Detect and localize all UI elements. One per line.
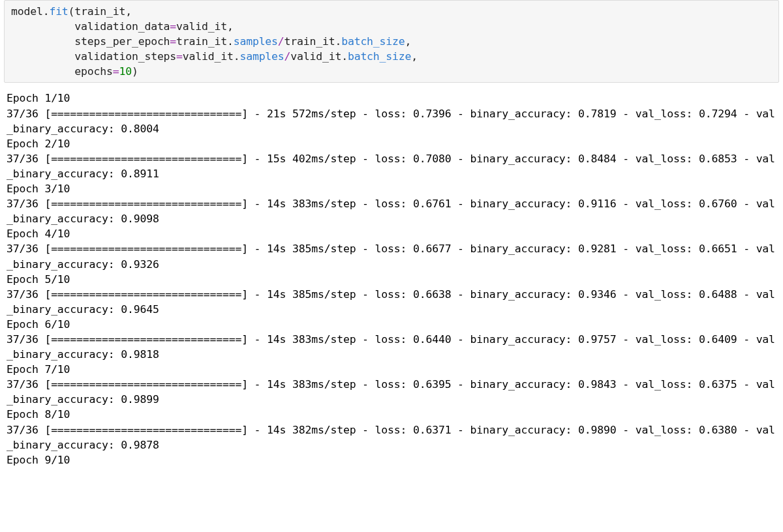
metric-value: 0.6395 [413,378,451,391]
metric-separator [38,108,45,120]
metric-value: 37/36 [7,288,38,301]
metric-value: 14s 385ms/step [267,288,356,301]
metric-separator: - binary_accuracy: [451,108,578,120]
metric-separator: - [248,333,267,346]
epoch-output-row: Epoch 2/1037/36 [=======================… [7,136,776,181]
epoch-output-row: Epoch 6/1037/36 [=======================… [7,317,776,362]
metric-separator: - val_loss: [616,378,699,391]
epoch-label: Epoch 7/10 [7,362,776,377]
metric-separator: - binary_accuracy: [451,243,578,255]
metric-separator: - binary_accuracy: [451,333,578,346]
epoch-label: Epoch 9/10 [7,452,776,467]
metric-value: [==============================] [44,424,247,436]
epoch-label: Epoch 8/10 [7,407,776,422]
metric-separator: - [248,288,267,301]
metric-value: 0.6760 [699,198,737,210]
metric-value: 0.7080 [413,153,451,165]
epoch-label: Epoch 2/10 [7,136,776,151]
epoch-output-row: Epoch 5/1037/36 [=======================… [7,272,776,317]
metric-value: 0.9757 [578,333,616,346]
metric-value: 0.9645 [121,303,159,316]
metric-value: 0.6380 [699,424,737,436]
epoch-output-row: Epoch 7/1037/36 [=======================… [7,362,776,407]
metric-separator [38,153,45,165]
metric-separator: - binary_accuracy: [451,378,578,391]
metric-value: 0.9116 [578,198,616,210]
metric-separator: - loss: [356,378,413,391]
metric-value: 0.6677 [413,243,451,255]
metric-separator: - val_loss: [616,333,699,346]
metric-separator: - val_loss: [616,153,699,165]
code-input-cell[interactable]: model.fit(train_it, validation_data=vali… [4,0,779,83]
epoch-output-row: Epoch 4/1037/36 [=======================… [7,226,776,271]
metric-separator: - val_loss: [616,424,699,436]
metric-value: 0.9818 [121,348,159,361]
metric-value: 37/36 [7,424,38,436]
metric-value: 0.9326 [121,258,159,271]
metric-separator: - val_loss: [616,243,699,255]
metric-value: 0.8004 [121,123,159,135]
metric-value: 14s 383ms/step [267,198,356,210]
epoch-metrics: 37/36 [==============================] -… [7,106,776,136]
metric-value: 14s 383ms/step [267,333,356,346]
metric-separator: - [248,243,267,255]
epoch-label: Epoch 5/10 [7,272,776,287]
epoch-metrics: 37/36 [==============================] -… [7,241,776,271]
metric-value: 14s 383ms/step [267,378,356,391]
epoch-metrics: 37/36 [==============================] -… [7,377,776,407]
metric-separator: - loss: [356,333,413,346]
metric-value: 37/36 [7,153,38,165]
epoch-metrics: 37/36 [==============================] -… [7,151,776,181]
metric-separator: - binary_accuracy: [451,424,578,436]
metric-value: 0.6409 [699,333,737,346]
metric-value: [==============================] [44,153,247,165]
epoch-metrics: 37/36 [==============================] -… [7,287,776,317]
epoch-label: Epoch 3/10 [7,181,776,196]
metric-separator [38,333,45,346]
metric-separator [38,198,45,210]
epoch-output-row: Epoch 3/1037/36 [=======================… [7,181,776,226]
epoch-label: Epoch 4/10 [7,226,776,241]
metric-value: 0.6375 [699,378,737,391]
epoch-metrics: 37/36 [==============================] -… [7,422,776,452]
metric-separator [38,243,45,255]
metric-separator: - loss: [356,424,413,436]
metric-value: 0.6371 [413,424,451,436]
metric-value: 37/36 [7,333,38,346]
epoch-metrics: 37/36 [==============================] -… [7,332,776,362]
metric-value: 21s 572ms/step [267,108,356,120]
epoch-label: Epoch 1/10 [7,91,776,106]
metric-separator: - loss: [356,243,413,255]
metric-value: 0.6761 [413,198,451,210]
metric-value: 37/36 [7,108,38,120]
metric-value: 0.9843 [578,378,616,391]
metric-value: 0.7819 [578,108,616,120]
metric-value: 37/36 [7,243,38,255]
metric-value: 0.6638 [413,288,451,301]
metric-separator: - loss: [356,288,413,301]
metric-separator: - loss: [356,198,413,210]
epoch-output-row: Epoch 1/1037/36 [=======================… [7,91,776,136]
metric-value: 14s 382ms/step [267,424,356,436]
metric-separator: - val_loss: [616,108,699,120]
metric-separator: - [248,424,267,436]
metric-value: 0.9899 [121,393,159,406]
metric-value: [==============================] [44,288,247,301]
metric-value: 0.7294 [699,108,737,120]
metric-value: 0.9098 [121,213,159,225]
metric-separator: - binary_accuracy: [451,153,578,165]
metric-value: 0.9890 [578,424,616,436]
epoch-label: Epoch 6/10 [7,317,776,332]
metric-value: 0.8484 [578,153,616,165]
metric-separator: - loss: [356,153,413,165]
metric-value: [==============================] [44,243,247,255]
metric-value: [==============================] [44,198,247,210]
metric-separator: - [248,153,267,165]
epoch-metrics: 37/36 [==============================] -… [7,196,776,226]
metric-separator: - binary_accuracy: [451,288,578,301]
metric-separator [38,288,45,301]
metric-value: 0.6488 [699,288,737,301]
metric-value: 37/36 [7,198,38,210]
metric-separator: - binary_accuracy: [451,198,578,210]
metric-value: [==============================] [44,378,247,391]
